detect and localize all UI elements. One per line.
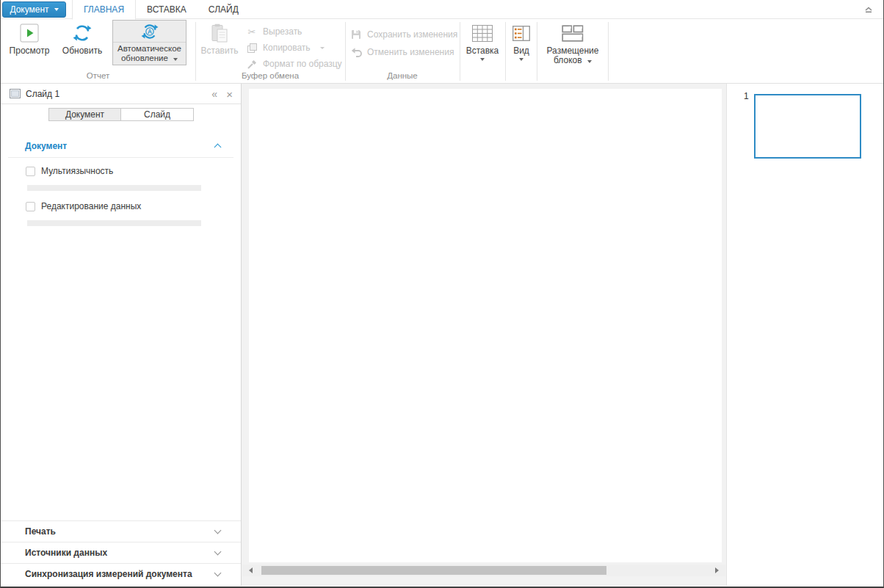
auto-refresh-button[interactable]: A Автоматическое обновление <box>112 20 186 65</box>
collapse-panel-icon[interactable]: « <box>211 84 217 104</box>
panel-header: Слайд 1 « × <box>1 84 241 104</box>
auto-refresh-icon: A <box>113 21 186 43</box>
ribbon-tabs: ГЛАВНАЯ ВСТАВКА СЛАЙД <box>72 0 250 19</box>
panel-scope-switch: Документ Слайд <box>48 108 194 121</box>
paste-icon <box>211 22 228 44</box>
scope-tab-document[interactable]: Документ <box>48 108 121 121</box>
save-changes-button[interactable]: Сохранить изменения <box>350 28 457 41</box>
document-menu-button[interactable]: Документ <box>2 1 66 18</box>
group-separator <box>608 22 609 81</box>
properties-panel: Слайд 1 « × Документ Слайд Документ Муль… <box>1 84 242 586</box>
slide-thumbnail-1[interactable] <box>754 94 861 159</box>
section-print-header[interactable]: Печать <box>1 520 241 542</box>
data-editing-checkbox[interactable] <box>26 202 35 211</box>
view-button[interactable]: Вид <box>507 22 535 61</box>
scroll-left-arrow[interactable] <box>249 567 253 573</box>
slide-number: 1 <box>744 91 749 101</box>
data-editing-option: Редактирование данных <box>26 201 141 211</box>
dropdown-caret-icon <box>54 8 59 11</box>
panel-footer-sections: Печать Источники данных Синхронизация из… <box>1 520 241 584</box>
paste-button[interactable]: Вставить <box>198 22 242 56</box>
ribbon: Просмотр Обновить <box>1 19 883 84</box>
undo-changes-button[interactable]: Отменить изменения <box>350 46 454 59</box>
scope-tab-slide[interactable]: Слайд <box>121 108 194 121</box>
app-window: Документ ГЛАВНАЯ ВСТАВКА СЛАЙД <box>0 0 884 588</box>
horizontal-scrollbar[interactable] <box>242 565 725 576</box>
chevron-down-icon <box>214 570 222 577</box>
tab-insert[interactable]: ВСТАВКА <box>136 0 198 19</box>
collapse-ribbon-icon[interactable] <box>864 6 873 13</box>
divider <box>8 157 233 158</box>
scrollbar-thumb[interactable] <box>261 566 606 575</box>
dropdown-caret-icon <box>320 47 325 49</box>
tab-slide[interactable]: СЛАЙД <box>198 0 250 19</box>
view-list-icon <box>512 22 530 44</box>
scroll-right-arrow[interactable] <box>715 567 719 573</box>
format-painter-icon <box>246 59 258 69</box>
blocks-layout-icon <box>562 22 584 44</box>
multilanguage-checkbox[interactable] <box>26 167 35 176</box>
chevron-down-icon <box>214 548 222 556</box>
insert-block-button[interactable]: Вставка <box>462 22 503 61</box>
blocks-layout-button[interactable]: Размещение блоков <box>539 22 606 65</box>
play-icon <box>20 22 39 44</box>
group-label-clipboard: Буфер обмена <box>195 71 345 80</box>
content-area: Слайд 1 « × Документ Слайд Документ Муль… <box>1 84 883 586</box>
dropdown-caret-icon <box>587 60 592 63</box>
tab-bar: Документ ГЛАВНАЯ ВСТАВКА СЛАЙД <box>1 0 883 19</box>
refresh-icon <box>73 22 92 44</box>
section-sync-header[interactable]: Синхронизация измерений документа <box>1 563 241 584</box>
group-separator <box>537 22 537 81</box>
copy-icon <box>246 43 258 53</box>
multilanguage-option: Мультиязычность <box>26 166 113 176</box>
tab-home[interactable]: ГЛАВНАЯ <box>72 0 136 20</box>
document-menu-label: Документ <box>10 4 48 15</box>
data-editing-disabled-bar <box>27 220 201 226</box>
slide-thumbnails-panel: 1 <box>726 84 883 586</box>
group-label-report: Отчет <box>1 71 195 80</box>
section-data-sources-header[interactable]: Источники данных <box>1 542 241 563</box>
dropdown-caret-icon <box>173 58 178 61</box>
group-separator <box>460 22 460 81</box>
format-painter-button[interactable]: Формат по образцу <box>246 57 342 70</box>
preview-button[interactable]: Просмотр <box>7 22 52 56</box>
scissors-icon: ✂ <box>246 26 258 37</box>
svg-text:A: A <box>148 28 152 35</box>
slide-page[interactable] <box>249 89 722 562</box>
save-icon <box>350 29 362 40</box>
multilanguage-disabled-bar <box>27 185 201 191</box>
dropdown-caret-icon <box>480 58 485 61</box>
chevron-down-icon <box>214 527 222 534</box>
chevron-up-icon <box>214 144 222 151</box>
close-panel-icon[interactable]: × <box>226 84 233 104</box>
table-grid-icon <box>472 22 493 44</box>
slide-canvas-area <box>242 84 726 586</box>
cut-button[interactable]: ✂ Вырезать <box>246 25 302 38</box>
copy-button[interactable]: Копировать <box>246 41 325 54</box>
group-separator <box>505 22 506 81</box>
dropdown-caret-icon <box>519 58 523 61</box>
slide-icon <box>10 89 21 98</box>
panel-title: Слайд 1 <box>26 89 59 99</box>
refresh-button[interactable]: Обновить <box>55 22 109 56</box>
undo-icon <box>350 47 362 57</box>
section-document-header[interactable]: Документ <box>25 141 220 151</box>
group-label-data: Данные <box>345 71 460 80</box>
